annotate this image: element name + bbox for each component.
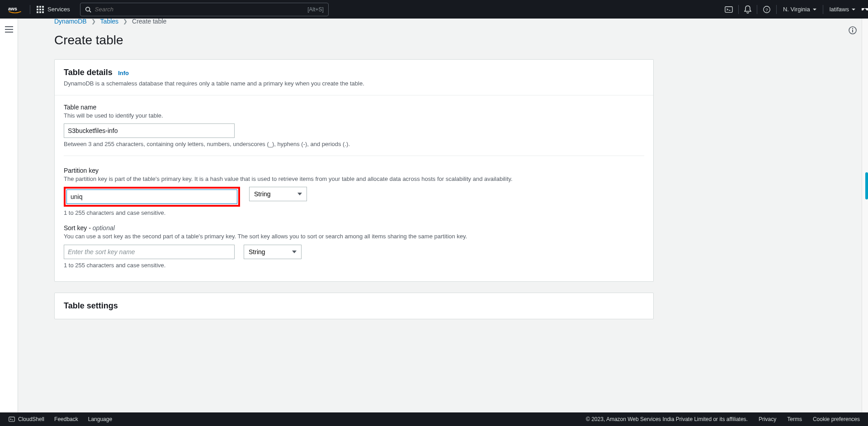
grid-icon [37, 6, 44, 13]
sort-key-desc: You can use a sort key as the second par… [64, 232, 644, 241]
search-box[interactable]: [Alt+S] [80, 3, 329, 16]
svg-rect-13 [9, 417, 15, 421]
chevron-right-icon: ❯ [91, 19, 96, 24]
terms-link[interactable]: Terms [787, 416, 802, 422]
table-settings-panel: Table settings [54, 293, 654, 319]
chevron-down-icon [292, 251, 297, 253]
search-wrap: [Alt+S] [80, 3, 329, 16]
user-label: latifaws [830, 6, 849, 13]
partition-key-input[interactable] [66, 189, 237, 204]
info-link[interactable]: Info [118, 70, 129, 76]
table-name-desc: This will be used to identify your table… [64, 112, 644, 120]
help-button[interactable]: ? [757, 0, 776, 19]
svg-rect-3 [725, 6, 732, 12]
partition-key-label: Partition key [64, 167, 644, 174]
sort-key-help: 1 to 255 characters and case sensitive. [64, 262, 644, 269]
sort-key-input[interactable] [64, 245, 235, 259]
cloudshell-icon [8, 416, 15, 422]
copyright: © 2023, Amazon Web Services India Privat… [586, 416, 748, 422]
menu-icon[interactable] [5, 26, 13, 412]
chevron-down-icon [297, 193, 302, 195]
highlight-annotation [64, 187, 240, 207]
scroll-up-indicator[interactable] [862, 8, 868, 10]
right-rail [844, 19, 862, 412]
account-menu[interactable]: latifaws [823, 0, 862, 19]
region-selector[interactable]: N. Virginia [777, 0, 823, 19]
svg-line-2 [89, 10, 91, 12]
panel-header: Table settings [55, 293, 653, 319]
panel-header: Table details Info DynamoDB is a schemal… [55, 60, 653, 95]
cloudshell-label: CloudShell [18, 416, 44, 422]
table-name-help: Between 3 and 255 characters, containing… [64, 141, 644, 147]
nav-right: ? N. Virginia latifaws [719, 0, 862, 19]
breadcrumb-tables[interactable]: Tables [100, 19, 118, 25]
sort-key-field: Sort key - optional You can use a sort k… [64, 224, 644, 268]
chevron-right-icon: ❯ [123, 19, 127, 24]
table-name-field: Table name This will be used to identify… [64, 104, 644, 147]
cookie-preferences-link[interactable]: Cookie preferences [813, 416, 860, 422]
table-settings-heading: Table settings [64, 301, 118, 310]
feedback-link[interactable]: Feedback [54, 416, 78, 422]
footer: CloudShell Feedback Language © 2023, Ama… [0, 412, 868, 426]
top-nav: aws Services [Alt+S] ? N. Virginia [0, 0, 868, 19]
page-title: Create table [54, 33, 654, 47]
search-icon [85, 6, 91, 13]
svg-text:aws: aws [8, 5, 17, 11]
panel-body: Table name This will be used to identify… [55, 95, 653, 281]
bell-icon [744, 5, 751, 14]
services-label: Services [47, 6, 70, 13]
search-input[interactable] [95, 6, 304, 13]
language-link[interactable]: Language [88, 416, 112, 422]
table-details-sub: DynamoDB is a schemaless database that r… [64, 80, 644, 87]
svg-point-1 [86, 7, 90, 11]
partition-key-help: 1 to 255 characters and case sensitive. [64, 209, 644, 216]
breadcrumb: DynamoDB ❯ Tables ❯ Create table [54, 19, 654, 25]
left-rail [0, 19, 18, 412]
breadcrumb-current: Create table [132, 19, 166, 25]
table-name-input[interactable] [64, 123, 235, 138]
sort-key-label: Sort key - optional [64, 224, 644, 232]
sort-key-type-select[interactable]: String [244, 245, 302, 259]
help-icon: ? [763, 5, 771, 14]
svg-rect-12 [852, 30, 853, 33]
scrollbar[interactable] [862, 19, 868, 412]
notifications-button[interactable] [739, 0, 757, 19]
privacy-link[interactable]: Privacy [759, 416, 776, 422]
scroll-thumb[interactable] [865, 172, 868, 199]
table-details-panel: Table details Info DynamoDB is a schemal… [54, 59, 654, 282]
partition-key-type-select[interactable]: String [249, 187, 307, 201]
table-name-label: Table name [64, 104, 644, 111]
breadcrumb-root[interactable]: DynamoDB [54, 19, 87, 25]
chevron-down-icon [813, 9, 816, 10]
chevron-down-icon [852, 9, 855, 10]
svg-point-11 [852, 28, 853, 29]
aws-logo[interactable]: aws [0, 5, 30, 14]
search-shortcut: [Alt+S] [307, 6, 324, 13]
body: DynamoDB ❯ Tables ❯ Create table Create … [0, 19, 868, 412]
partition-key-field: Partition key The partition key is part … [64, 167, 644, 216]
cloudshell-icon-button[interactable] [719, 0, 738, 19]
cloudshell-icon [725, 5, 733, 14]
divider [64, 156, 644, 156]
content-scroll[interactable]: DynamoDB ❯ Tables ❯ Create table Create … [18, 19, 844, 412]
region-label: N. Virginia [783, 6, 810, 13]
partition-key-type-value: String [254, 190, 271, 198]
svg-text:?: ? [765, 7, 768, 12]
sort-key-type-value: String [249, 248, 265, 256]
info-panel-toggle[interactable] [848, 26, 857, 35]
partition-key-desc: The partition key is part of the table's… [64, 175, 644, 183]
services-button[interactable]: Services [30, 6, 76, 13]
cloudshell-link[interactable]: CloudShell [8, 416, 44, 422]
table-details-heading: Table details [64, 68, 113, 77]
